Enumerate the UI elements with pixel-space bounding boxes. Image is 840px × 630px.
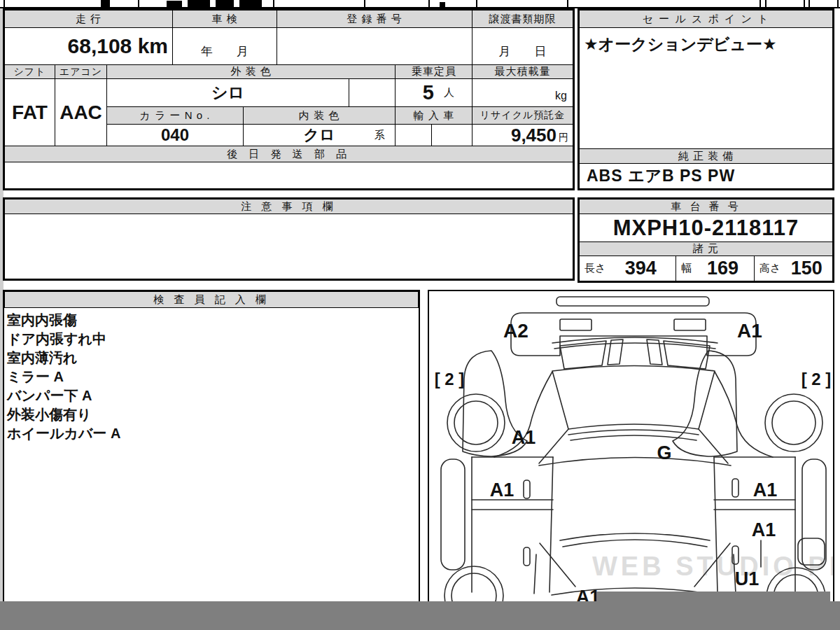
- sales-point-header: セ ー ル ス ポ イ ン ト: [579, 10, 833, 28]
- inspector-line: 室内内張傷: [7, 311, 413, 330]
- notes-header: 注 意 事 項 欄: [4, 199, 573, 214]
- later-parts-header: 後 日 発 送 部 品: [4, 146, 573, 162]
- damage-label-glass: G: [657, 442, 671, 463]
- notes-box: 注 意 事 項 欄: [3, 197, 575, 281]
- spec-width: 幅 169: [676, 255, 755, 281]
- damage-label-front-left: A2: [503, 320, 528, 342]
- inspector-line: ホイールカバー A: [7, 424, 413, 443]
- spec-width-value: 169: [692, 258, 754, 279]
- washer-left: [560, 319, 592, 330]
- damage-label-door-rear-right: A1: [752, 519, 776, 540]
- inspector-header: 検 査 員 記 入 欄: [4, 291, 419, 308]
- interior-color-text: クロ: [303, 125, 335, 146]
- inspector-line: ミラー A: [7, 368, 413, 386]
- wheel-front-left: [447, 394, 505, 451]
- interior-color-header: 内 装 色: [243, 106, 396, 125]
- spec-length-value: 394: [606, 258, 676, 279]
- watermark-text: WEB STUDIO PRO: [592, 552, 833, 581]
- damage-label-door-front-right: A1: [753, 479, 778, 500]
- wheel-front-right: [765, 394, 822, 451]
- tread-label-right: [ 2 ]: [802, 370, 832, 388]
- capacity-value: 5 人: [395, 78, 473, 107]
- spec-height-label: 高さ: [760, 262, 780, 275]
- shift-value: FAT: [4, 78, 55, 146]
- interior-color-value: クロ 系: [243, 124, 396, 146]
- equipment-value: ABS エアB PS PW: [579, 163, 833, 189]
- door-handle: [732, 479, 738, 497]
- washer-right: [674, 319, 706, 330]
- mileage-header: 走 行: [4, 10, 173, 28]
- recycle-amount: 9,450: [511, 125, 556, 146]
- damage-label-front-right: A1: [737, 320, 762, 342]
- recycle-header: リサイクル預託金: [472, 106, 573, 125]
- auction-sheet: 走 行 車 検 登 録 番 号 譲渡書類期限 68,108 km 年 月 月 日…: [0, 0, 840, 630]
- damage-label-door-front-left: A1: [490, 479, 514, 500]
- bottom-gray-band: [0, 601, 840, 630]
- mileage-value: 68,108 km: [4, 27, 173, 65]
- registration-value: [276, 27, 472, 65]
- aircon-value: AAC: [55, 78, 107, 146]
- interior-color-suffix: 系: [374, 129, 385, 142]
- transfer-docs-value: 月 日: [472, 27, 573, 65]
- front-bumper: [511, 313, 756, 356]
- chassis-box: 車 台 番 号 MXPH10-2118117 諸 元 長さ 394 幅 169 …: [578, 197, 834, 283]
- exterior-color-extra: [349, 78, 396, 107]
- capacity-unit: 人: [444, 86, 454, 99]
- inspector-line: 室内薄汚れ: [7, 349, 413, 368]
- color-no-value: 040: [106, 124, 244, 146]
- spec-height-value: 150: [780, 258, 832, 279]
- sales-point-box: セ ー ル ス ポ イ ン ト ★オークションデビュー★ 純 正 装 備 ABS…: [578, 8, 834, 190]
- maxload-value: kg: [472, 78, 573, 107]
- maxload-header: 最大積載量: [472, 64, 573, 79]
- inspector-line: ドア内張すれ中: [7, 330, 413, 349]
- recycle-unit: 円: [559, 132, 568, 144]
- shift-header: シフト: [4, 64, 55, 79]
- chassis-header: 車 台 番 号: [579, 199, 833, 214]
- notes-value: [4, 214, 573, 279]
- door-handle: [524, 547, 530, 566]
- aircon-header: エアコン: [55, 64, 107, 79]
- damage-label-quarter-right: U1: [735, 568, 760, 589]
- inspector-lines: 室内内張傷 ドア内張すれ中 室内薄汚れ ミラー A バンパー下 A 外装小傷有り…: [7, 311, 413, 443]
- car-diagram: WEB STUDIO PRO: [429, 291, 833, 629]
- capacity-number: 5: [423, 81, 434, 104]
- spec-length-label: 長さ: [584, 262, 606, 275]
- front-strip: [556, 297, 709, 306]
- tread-label-left: [ 2 ]: [435, 370, 465, 388]
- door-handle: [524, 480, 530, 498]
- import-header: 輸 入 車: [395, 106, 473, 125]
- chassis-value: MXPH10-2118117: [579, 214, 833, 242]
- transfer-docs-header: 譲渡書類期限: [472, 10, 573, 28]
- inspector-line: バンパー下 A: [7, 386, 413, 405]
- import-value-1: [395, 124, 432, 146]
- capacity-header: 乗車定員: [395, 64, 473, 79]
- rocker-left: [441, 459, 465, 570]
- exterior-color-value: シロ: [106, 78, 349, 107]
- inspector-box: 検 査 員 記 入 欄 室内内張傷 ドア内張すれ中 室内薄汚れ ミラー A バン…: [3, 290, 420, 630]
- sales-point-value: ★オークションデビュー★: [579, 27, 833, 149]
- equipment-header: 純 正 装 備: [579, 148, 833, 164]
- recycle-value: 9,450 円: [472, 124, 573, 146]
- inspector-line: 外装小傷有り: [7, 405, 413, 424]
- shaken-header: 車 検: [172, 10, 277, 28]
- specs-header: 諸 元: [579, 241, 833, 256]
- spec-height: 高さ 150: [754, 255, 833, 281]
- vehicle-info-table: 走 行 車 検 登 録 番 号 譲渡書類期限 68,108 km 年 月 月 日…: [3, 8, 575, 190]
- damage-label-fender-left: A1: [512, 427, 536, 448]
- exterior-color-header: 外 装 色: [106, 64, 396, 79]
- car-diagram-box: WEB STUDIO PRO: [428, 290, 834, 630]
- later-parts-value: [4, 162, 573, 189]
- spec-width-label: 幅: [681, 262, 692, 275]
- top-cutoff-row: [0, 0, 840, 8]
- spec-length: 長さ 394: [579, 255, 676, 281]
- import-value-2: [431, 124, 473, 146]
- registration-header: 登 録 番 号: [276, 10, 472, 28]
- shaken-value: 年 月: [172, 27, 277, 65]
- color-no-header: カ ラ ー N o .: [106, 106, 244, 125]
